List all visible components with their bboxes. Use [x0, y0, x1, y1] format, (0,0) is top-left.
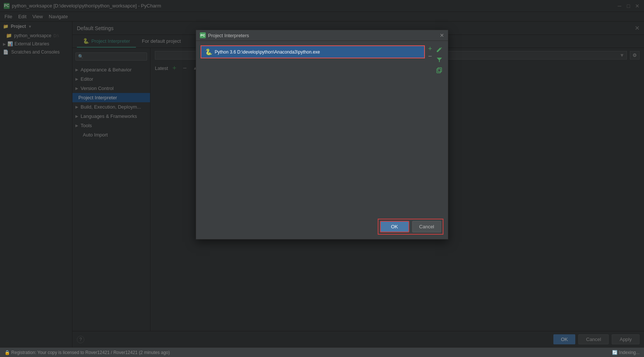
copy-button[interactable]: [435, 66, 443, 74]
dialog-content-area: [201, 74, 443, 216]
modal-overlay: PC Project Interpreters ✕ 🐍 Python 3.6 D…: [0, 0, 644, 357]
svg-rect-1: [437, 69, 440, 73]
status-left-text: 🔒 Registration: Your copy is licensed to…: [4, 350, 170, 355]
filter-icon: [436, 57, 443, 63]
interpreter-list-col: 🐍 Python 3.6 D:\develop\python\Anaconda3…: [201, 45, 425, 58]
dialog-ok-button[interactable]: OK: [380, 221, 409, 232]
interpreters-dialog: PC Project Interpreters ✕ 🐍 Python 3.6 D…: [196, 30, 448, 239]
interpreter-remove-button[interactable]: −: [426, 53, 434, 60]
interpreter-add-button[interactable]: +: [426, 45, 434, 52]
dialog-footer-row: OK Cancel: [201, 216, 443, 235]
right-side-btns: [434, 45, 443, 74]
svg-rect-2: [438, 68, 442, 72]
dialog-title-text: Project Interpreters: [208, 33, 249, 38]
interpreter-entry[interactable]: 🐍 Python 3.6 D:\develop\python\Anaconda3…: [201, 46, 424, 58]
plus-minus-col: + −: [425, 45, 434, 60]
filter-button[interactable]: [435, 56, 443, 64]
dialog-cancel-button[interactable]: Cancel: [412, 221, 441, 232]
ok-cancel-container: OK Cancel: [378, 219, 443, 235]
python-snake-icon: 🐍: [205, 48, 212, 55]
status-right-text: 🔄 Indexing...: [612, 350, 640, 355]
dialog-title: PC Project Interpreters: [200, 32, 249, 38]
dialog-icon: PC: [200, 32, 206, 38]
copy-icon: [436, 67, 443, 74]
dialog-body: 🐍 Python 3.6 D:\develop\python\Anaconda3…: [196, 41, 448, 239]
dialog-titlebar: PC Project Interpreters ✕: [196, 30, 448, 41]
svg-marker-0: [437, 58, 442, 62]
edit-button[interactable]: [435, 45, 443, 54]
edit-icon: [436, 46, 443, 53]
interpreter-list-row: 🐍 Python 3.6 D:\develop\python\Anaconda3…: [201, 45, 443, 74]
interpreter-path-text: Python 3.6 D:\develop\python\Anaconda3\p…: [215, 49, 320, 55]
status-bar: 🔒 Registration: Your copy is licensed to…: [0, 347, 644, 357]
dialog-close-button[interactable]: ✕: [440, 32, 444, 38]
